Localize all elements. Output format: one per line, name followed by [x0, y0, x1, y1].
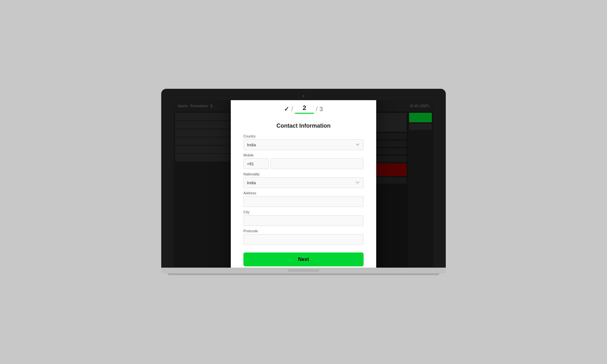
modal-overlay: Create an account × ✓ / 2 — [174, 100, 433, 268]
postcode-field-group: Postcode — [243, 229, 364, 245]
laptop-foot — [168, 273, 439, 275]
step-2-container: 2 — [295, 104, 314, 114]
city-field-group: City — [243, 210, 364, 226]
screen-bezel: Sports Promotions E... 02:45 (GMT) — [161, 89, 446, 268]
nationality-select[interactable]: India — [243, 177, 364, 188]
step-1-check: ✓ — [284, 105, 289, 113]
country-label: Country — [243, 134, 364, 138]
city-label: City — [243, 210, 364, 214]
camera-dot — [303, 95, 304, 97]
mobile-prefix-input[interactable] — [243, 158, 269, 169]
step-2-underline — [295, 113, 314, 114]
mobile-field-group: Mobile — [243, 153, 364, 169]
step-1: ✓ — [284, 105, 289, 113]
nationality-field-group: Nationality India — [243, 172, 364, 188]
country-field-group: Country India — [243, 134, 364, 150]
mobile-number-input[interactable] — [271, 158, 364, 169]
step-indicator: ✓ / 2 / 3 — [243, 104, 364, 116]
mobile-label: Mobile — [243, 153, 364, 157]
nationality-label: Nationality — [243, 172, 364, 176]
postcode-label: Postcode — [243, 229, 364, 233]
next-button[interactable]: Next — [243, 252, 364, 266]
modal-body: ✓ / 2 / 3 Contact Information — [231, 100, 376, 268]
form-title: Contact Information — [243, 123, 364, 129]
step-3: 3 — [320, 106, 323, 113]
laptop-base — [161, 268, 446, 273]
create-account-modal: Create an account × ✓ / 2 — [231, 100, 376, 268]
step-divider-1: / — [291, 106, 293, 113]
address-field-group: Address — [243, 191, 364, 207]
mobile-row — [243, 158, 364, 169]
step-divider-2: / — [316, 106, 318, 113]
laptop-notch — [288, 269, 319, 272]
address-label: Address — [243, 191, 364, 195]
address-input[interactable] — [243, 196, 364, 207]
laptop: Sports Promotions E... 02:45 (GMT) — [161, 89, 446, 275]
city-input[interactable] — [243, 215, 364, 226]
screen: Sports Promotions E... 02:45 (GMT) — [174, 100, 433, 268]
country-select[interactable]: India — [243, 139, 364, 150]
postcode-input[interactable] — [243, 234, 364, 245]
step-2: 2 — [303, 104, 306, 112]
